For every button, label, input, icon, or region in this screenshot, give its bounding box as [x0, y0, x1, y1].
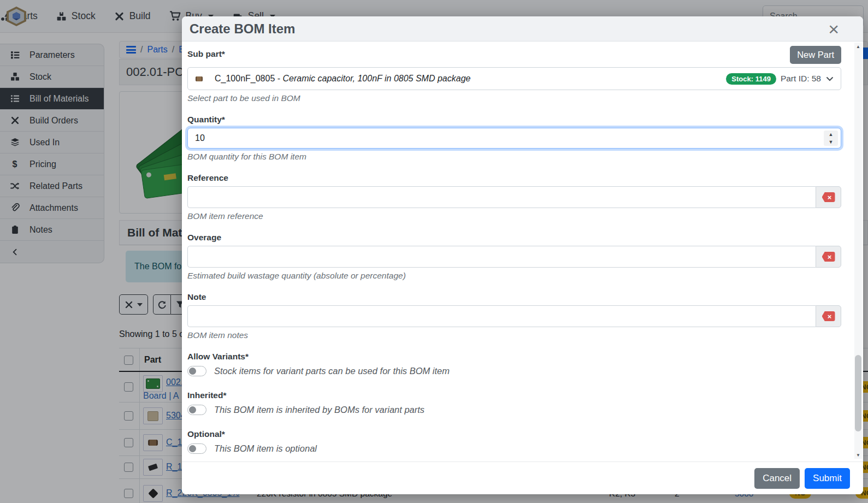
clear-overage-button[interactable]: ×	[816, 246, 841, 268]
note-help: BOM item notes	[187, 330, 841, 340]
chevron-down-icon	[825, 74, 834, 83]
stepper-up-icon[interactable]: ▲	[824, 131, 838, 138]
inherited-label: Inherited*	[187, 390, 841, 400]
overage-help: Estimated build wastage quantity (absolu…	[187, 271, 841, 281]
clear-x-icon: ×	[822, 311, 835, 321]
allow-variants-toggle[interactable]	[187, 366, 206, 376]
field-note: Note × BOM item notes	[187, 292, 841, 340]
note-label: Note	[187, 292, 841, 302]
allow-variants-label: Allow Variants*	[187, 352, 841, 362]
field-optional: Optional* This BOM item is optional	[187, 429, 841, 454]
scroll-up-icon[interactable]: ▲	[854, 43, 862, 50]
quantity-stepper: ▲ ▼	[824, 131, 838, 146]
clear-reference-button[interactable]: ×	[816, 186, 841, 208]
part-thumbnail-icon	[196, 76, 203, 81]
sub-part-select[interactable]: C_100nF_0805 - Ceramic capacitor, 100nF …	[187, 67, 841, 90]
inherited-toggle[interactable]	[187, 405, 206, 415]
field-quantity: Quantity* ▲ ▼ BOM quantity for this BOM …	[187, 115, 841, 162]
optional-toggle[interactable]	[187, 443, 206, 454]
part-id-text: Part ID: 58	[781, 74, 821, 84]
reference-help: BOM item reference	[187, 211, 841, 221]
selected-part-name: C_100nF_0805	[215, 74, 275, 84]
modal-scrollbar[interactable]: ▲ ▼	[854, 43, 862, 459]
field-allow-variants: Allow Variants* Stock items for variant …	[187, 352, 841, 376]
screen: Parts Stock Build Buy Sell	[0, 0, 868, 503]
scrollbar-thumb[interactable]	[855, 355, 861, 431]
submit-button[interactable]: Submit	[805, 468, 850, 489]
create-bom-item-modal: Create BOM Item × Sub part* New Part C_1…	[182, 16, 863, 494]
selected-part-separator: -	[275, 74, 282, 84]
close-icon[interactable]: ×	[828, 21, 839, 37]
selected-part-description: Ceramic capacitor, 100nF in 0805 SMD pac…	[283, 74, 471, 84]
sub-part-label: Sub part*	[187, 49, 225, 59]
field-inherited: Inherited* This BOM item is inherited by…	[187, 390, 841, 415]
quantity-input[interactable]	[188, 133, 841, 143]
cancel-button[interactable]: Cancel	[754, 468, 800, 489]
optional-label: Optional*	[187, 429, 841, 439]
sub-part-help: Select part to be used in BOM	[187, 93, 841, 103]
modal-title: Create BOM Item	[190, 21, 295, 37]
overage-label: Overage	[187, 233, 841, 242]
modal-header: Create BOM Item ×	[182, 16, 863, 42]
modal-footer: Cancel Submit	[182, 461, 863, 494]
optional-help: This BOM item is optional	[214, 443, 317, 454]
reference-label: Reference	[187, 173, 841, 183]
clear-x-icon: ×	[822, 252, 835, 262]
field-sub-part: Sub part* New Part C_100nF_0805 - Cerami…	[187, 49, 841, 103]
modal-body: Sub part* New Part C_100nF_0805 - Cerami…	[182, 42, 863, 461]
clear-x-icon: ×	[822, 192, 835, 202]
scroll-down-icon[interactable]: ▼	[854, 451, 862, 459]
reference-input[interactable]	[187, 186, 816, 208]
allow-variants-help: Stock items for variant parts can be use…	[214, 366, 450, 376]
quantity-input-wrap: ▲ ▼	[187, 128, 841, 149]
stock-badge: Stock: 1149	[726, 73, 776, 85]
inherited-help: This BOM item is inherited by BOMs for v…	[214, 405, 424, 415]
new-part-button[interactable]: New Part	[790, 46, 841, 64]
stepper-down-icon[interactable]: ▼	[824, 138, 838, 146]
field-reference: Reference × BOM item reference	[187, 173, 841, 221]
field-overage: Overage × Estimated build wastage quanti…	[187, 233, 841, 281]
quantity-help: BOM quantity for this BOM item	[187, 152, 841, 162]
note-input[interactable]	[187, 305, 816, 327]
clear-note-button[interactable]: ×	[816, 305, 841, 327]
overage-input[interactable]	[187, 246, 816, 268]
quantity-label: Quantity*	[187, 115, 841, 125]
